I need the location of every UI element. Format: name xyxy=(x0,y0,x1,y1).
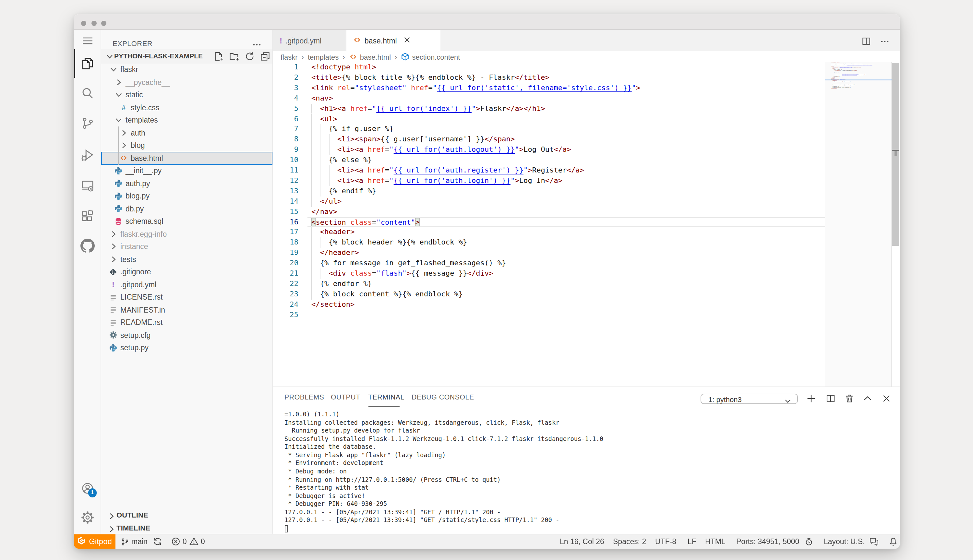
activity-bar-item-github[interactable] xyxy=(73,232,101,260)
editor-more-actions-icon[interactable] xyxy=(880,36,895,52)
token: " xyxy=(389,177,393,185)
line-number: 10 xyxy=(273,155,298,165)
split-editor-icon[interactable] xyxy=(862,36,878,52)
tree-file-auth.py[interactable]: auth.py xyxy=(101,177,272,190)
panel-tab-debug-console[interactable]: DEBUG CONSOLE xyxy=(412,393,474,400)
terminal-picker-dropdown[interactable]: 1: python3 xyxy=(701,393,798,404)
status-feedback-icon[interactable] xyxy=(869,534,879,549)
panel-tab-problems[interactable]: PROBLEMS xyxy=(285,393,324,400)
tree-file-blog.py[interactable]: blog.py xyxy=(101,190,272,202)
tree-file-setup.cfg[interactable]: setup.cfg xyxy=(101,329,272,342)
tree-file-.gitignore[interactable]: .gitignore xyxy=(101,265,272,278)
breadcrumb-item-flaskr[interactable]: flaskr xyxy=(280,53,298,61)
traffic-light-close-icon[interactable] xyxy=(81,21,86,26)
tree-file-base.html[interactable]: base.html xyxy=(101,152,272,164)
tree-file-style.css[interactable]: #style.css xyxy=(101,101,272,114)
breadcrumb-item-base.html[interactable]: base.html xyxy=(349,53,391,61)
tree-file-setup.py[interactable]: setup.py xyxy=(101,342,272,354)
panel-tab-output[interactable]: OUTPUT xyxy=(331,393,360,400)
manage-button[interactable] xyxy=(73,503,101,532)
status-watch-icon[interactable] xyxy=(804,534,813,549)
window-titlebar[interactable] xyxy=(73,14,900,30)
tab-base.html[interactable]: base.html xyxy=(347,30,440,51)
code-line-9: <li><a href="{{ url_for('auth.logout') }… xyxy=(312,145,571,155)
token: class xyxy=(350,218,372,226)
tree-file-.gitpod.yml[interactable]: !.gitpod.yml xyxy=(101,278,272,291)
token: > xyxy=(852,67,853,68)
activity-bar-item-remote-explorer[interactable] xyxy=(73,171,101,200)
chevron-up-icon[interactable] xyxy=(863,393,873,403)
trash-icon[interactable] xyxy=(845,393,854,403)
status-main[interactable]: main xyxy=(121,534,148,549)
breadcrumb[interactable]: flaskr›templates›base.html›section.conte… xyxy=(273,51,900,62)
tree-folder-static[interactable]: static xyxy=(101,88,272,101)
code-line-16: <section class="content"> xyxy=(312,217,420,228)
tree-folder-__pycache__[interactable]: __pycache__ xyxy=(101,76,272,88)
code-editor[interactable]: <!doctype html><title>{% block title %}{… xyxy=(273,62,900,387)
chevron-right-icon xyxy=(109,242,118,251)
indent-guide xyxy=(320,155,321,165)
status-label: UTF-8 xyxy=(655,538,676,546)
status-label: main xyxy=(132,538,148,546)
token: <ul> xyxy=(320,115,337,123)
tree-folder-flaskr[interactable]: flaskr xyxy=(101,63,272,76)
status-HTML[interactable]: HTML xyxy=(705,534,726,549)
tree-file-README.rst[interactable]: README.rst xyxy=(101,316,272,329)
tree-file-schema.sql[interactable]: schema.sql xyxy=(101,215,272,228)
tree-section-header[interactable]: PYTHON-FLASK-EXAMPLE xyxy=(101,48,272,63)
status-0[interactable]: 0 xyxy=(190,534,205,549)
new-file-icon[interactable] xyxy=(213,51,224,61)
breadcrumb-item-section.content[interactable]: section.content xyxy=(401,53,460,61)
token: {{ url_for('auth.logout') }} xyxy=(394,145,515,154)
tree-folder-auth[interactable]: auth xyxy=(101,127,272,139)
token xyxy=(312,166,337,175)
indent-guide xyxy=(312,196,312,207)
close-icon[interactable] xyxy=(881,393,891,403)
tree-item-label: LICENSE.rst xyxy=(120,293,163,301)
plus-icon[interactable] xyxy=(806,393,816,403)
tree-folder-templates[interactable]: templates xyxy=(101,114,272,127)
tree-folder-instance[interactable]: instance xyxy=(101,240,272,253)
gitpod-status-button[interactable]: Gitpod xyxy=(73,534,115,548)
status-Spaces: 2[interactable]: Spaces: 2 xyxy=(613,534,646,549)
tree-folder-tests[interactable]: tests xyxy=(101,253,272,265)
terminal-output[interactable]: =1.0.0) (1.1.1)Installing collected pack… xyxy=(285,410,603,524)
new-folder-icon[interactable] xyxy=(229,51,239,61)
terminal-cursor xyxy=(285,525,288,532)
refresh-icon[interactable] xyxy=(245,51,255,61)
activity-bar-item-explorer[interactable] xyxy=(73,49,101,78)
indent-guide xyxy=(312,103,312,114)
token: "flash" xyxy=(840,85,843,86)
collapse-all-icon[interactable] xyxy=(260,51,270,61)
activity-bar-item-search[interactable] xyxy=(73,79,101,107)
breadcrumb-item-templates[interactable]: templates xyxy=(308,53,338,61)
indent-guide xyxy=(312,145,312,155)
tree-folder-blog[interactable]: blog xyxy=(101,139,272,152)
status-Layout: U.S.[interactable]: Layout: U.S. xyxy=(824,534,865,549)
status-0[interactable]: 0 xyxy=(171,534,187,549)
tree-file-__init__.py[interactable]: __init__.py xyxy=(101,164,272,177)
activity-bar-item-source-control[interactable] xyxy=(73,109,101,137)
traffic-light-zoom-icon[interactable] xyxy=(101,21,107,26)
status-UTF-8[interactable]: UTF-8 xyxy=(655,534,676,549)
token: class xyxy=(350,269,372,278)
panel-tab-terminal[interactable]: TERMINAL xyxy=(368,393,405,400)
status-bell-icon[interactable] xyxy=(889,534,898,549)
activity-bar-item-extensions[interactable] xyxy=(73,202,101,230)
status-Ln 16, Col 26[interactable]: Ln 16, Col 26 xyxy=(560,534,604,549)
tree-folder-flaskr.egg-info[interactable]: flaskr.egg-info xyxy=(101,228,272,240)
traffic-light-minimize-icon[interactable] xyxy=(91,21,96,26)
tab-close-icon[interactable] xyxy=(403,36,411,45)
split-icon[interactable] xyxy=(826,393,835,403)
status-sync-icon[interactable] xyxy=(153,534,165,549)
status-Ports: 34951, 5000[interactable]: Ports: 34951, 5000 xyxy=(736,534,799,549)
status-LF[interactable]: LF xyxy=(688,534,696,549)
tree-file-db.py[interactable]: db.py xyxy=(101,202,272,215)
tab-.gitpod.yml[interactable]: !.gitpod.yml xyxy=(273,30,347,51)
token: > xyxy=(515,177,519,185)
activity-bar-item-run-debug[interactable] xyxy=(73,140,101,169)
accounts-button[interactable]: 1 xyxy=(73,474,101,503)
panel-tab-underline xyxy=(368,406,400,406)
tree-file-LICENSE.rst[interactable]: LICENSE.rst xyxy=(101,291,272,303)
tree-file-MANIFEST.in[interactable]: MANIFEST.in xyxy=(101,303,272,316)
